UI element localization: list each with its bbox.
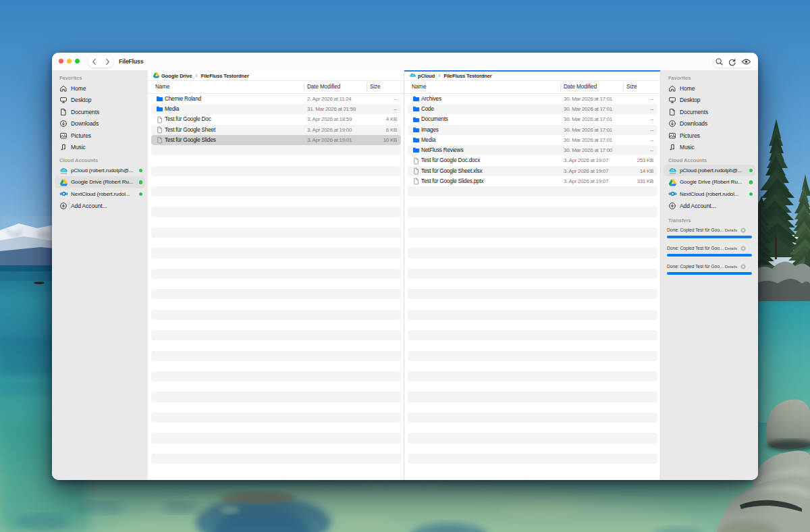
svg-text:pcloud: pcloud [670, 172, 676, 174]
svg-text:pcloud: pcloud [61, 172, 67, 174]
